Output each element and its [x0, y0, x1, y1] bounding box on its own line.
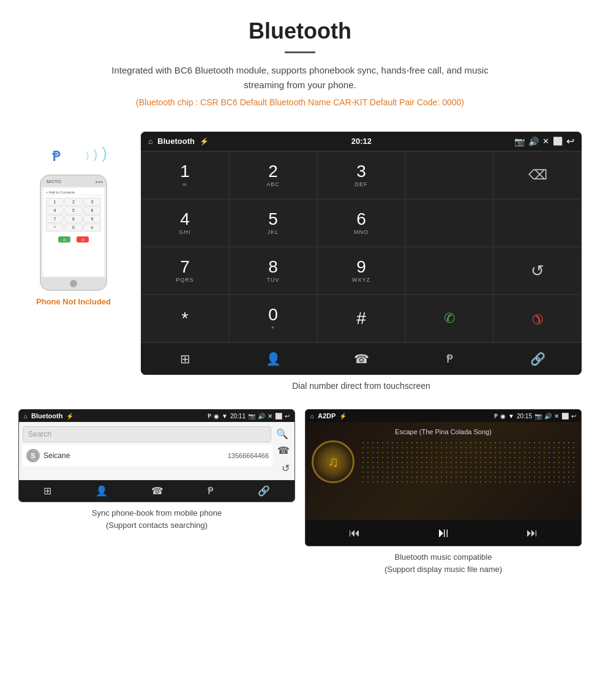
- contact-avatar: S: [26, 449, 40, 462]
- phone-mockup: MOTO ●●● + Add to Contacts 1 2 3 4 5 6 7…: [40, 175, 107, 291]
- dialpad-button[interactable]: ⊞: [141, 343, 229, 375]
- dial-key-8[interactable]: 8 TUV: [229, 247, 317, 295]
- wifi-wave-3: ): [102, 144, 107, 162]
- dial-status-bar: ⌂ Bluetooth ⚡ 20:12 📷 🔊 ✕ ⬜ ↩: [141, 132, 582, 151]
- call-green-icon: ✆: [444, 310, 455, 326]
- music-next-button[interactable]: ⏭: [527, 527, 538, 540]
- dial-empty-3: [405, 247, 493, 295]
- music-caption-line1: Bluetooth music compatible: [395, 552, 492, 562]
- dial-key-9[interactable]: 9 WXYZ: [317, 247, 405, 295]
- music-close-icon[interactable]: ✕: [554, 413, 559, 420]
- recent-calls-button[interactable]: ☎: [317, 343, 405, 375]
- volume-icon[interactable]: 🔊: [528, 137, 539, 146]
- dial-screen-wrap: ⌂ Bluetooth ⚡ 20:12 📷 🔊 ✕ ⬜ ↩ 1 ∞: [141, 132, 582, 391]
- dial-key-5[interactable]: 5 JKL: [229, 199, 317, 247]
- dial-call-green-button[interactable]: ✆: [405, 295, 493, 342]
- phone-keypad: 1 2 3 4 5 6 7 8 9 * 0 #: [45, 197, 103, 233]
- dial-key-6[interactable]: 6 MNO: [317, 199, 405, 247]
- wifi-wave-1: ): [86, 151, 89, 160]
- wifi-wave-2: ): [93, 148, 97, 161]
- dial-key-hash[interactable]: #: [317, 295, 405, 342]
- dial-empty-1: [405, 199, 493, 247]
- contact-number: 13566664466: [228, 452, 269, 459]
- back-icon[interactable]: ↩: [566, 135, 574, 147]
- pb-bluetooth-icon[interactable]: Ᵽ: [208, 485, 214, 497]
- dial-key-3[interactable]: 3 DEF: [317, 151, 405, 199]
- pb-location-icon: ◉: [214, 413, 219, 420]
- music-song-title: Escape (The Pina Colada Song): [395, 428, 492, 435]
- bluetooth-bottom-icon: Ᵽ: [446, 352, 453, 366]
- pb-search-icon[interactable]: 🔍: [274, 426, 291, 442]
- music-back-icon[interactable]: ↩: [571, 413, 576, 420]
- phonebook-caption-line2: (Support contacts searching): [106, 521, 208, 530]
- camera-icon[interactable]: 📷: [514, 137, 525, 146]
- dial-empty-2: [493, 199, 582, 247]
- phone-included-text: Included: [78, 297, 111, 306]
- phone-not-included-label: Phone Not Included: [36, 297, 111, 306]
- dial-key-0[interactable]: 0 +: [229, 295, 317, 342]
- music-visualizer: [361, 440, 575, 483]
- dialpad-icon: ⊞: [180, 352, 190, 366]
- pb-back-icon[interactable]: ↩: [285, 413, 290, 420]
- pb-refresh-icon[interactable]: ↺: [282, 462, 290, 474]
- music-caption: Bluetooth music compatible (Support disp…: [384, 551, 502, 575]
- dial-refresh-button[interactable]: ↺: [493, 247, 582, 295]
- window-icon[interactable]: ⬜: [553, 137, 563, 146]
- home-icon[interactable]: ⌂: [148, 137, 152, 146]
- dial-key-7[interactable]: 7 PQRS: [141, 247, 229, 295]
- phone-key-star: *: [46, 224, 64, 231]
- usb-icon: ⚡: [200, 137, 209, 146]
- dial-key-1[interactable]: 1 ∞: [141, 151, 229, 199]
- phone-key-2: 2: [64, 198, 83, 206]
- music-location-icon: ◉: [500, 413, 506, 420]
- dial-key-4[interactable]: 4 GHI: [141, 199, 229, 247]
- pb-home-icon[interactable]: ⌂: [24, 413, 28, 420]
- dial-screen: ⌂ Bluetooth ⚡ 20:12 📷 🔊 ✕ ⬜ ↩ 1 ∞: [141, 132, 582, 375]
- contacts-button[interactable]: 👤: [229, 343, 317, 375]
- dial-key-star[interactable]: *: [141, 295, 229, 342]
- dial-backspace-button[interactable]: ⌫: [493, 151, 582, 199]
- music-home-icon[interactable]: ⌂: [310, 413, 314, 420]
- settings-button[interactable]: 🔗: [493, 343, 582, 375]
- music-camera-icon: 📷: [534, 413, 542, 420]
- music-note-icon: ♫: [328, 453, 339, 470]
- pb-link-icon[interactable]: 🔗: [258, 485, 270, 497]
- phone-key-6: 6: [83, 206, 102, 214]
- album-art: ♫: [312, 440, 354, 483]
- phone-key-8: 8: [64, 215, 83, 223]
- pb-bt-icon: Ᵽ: [208, 413, 211, 420]
- close-icon[interactable]: ✕: [542, 137, 549, 146]
- bluetooth-bottom-button[interactable]: Ᵽ: [405, 343, 493, 375]
- phone-top-bar: MOTO ●●●: [41, 176, 106, 187]
- pb-close-icon[interactable]: ✕: [268, 413, 272, 420]
- music-play-pause-button[interactable]: ⏯: [437, 525, 450, 541]
- dial-key-2[interactable]: 2 ABC: [229, 151, 317, 199]
- dial-grid: 1 ∞ 2 ABC 3 DEF ⌫ 4 GHI: [141, 151, 582, 342]
- pb-volume-icon: 🔊: [258, 413, 265, 420]
- phone-icon: ☎: [354, 352, 369, 366]
- pb-phone-icon[interactable]: ☎: [151, 485, 163, 497]
- phone-home-btn: [70, 280, 77, 287]
- music-prev-button[interactable]: ⏮: [349, 527, 360, 540]
- header-description: Integrated with BC6 Bluetooth module, su…: [110, 63, 490, 92]
- pb-call-icon[interactable]: ☎: [277, 445, 290, 456]
- phone-key-7: 7: [46, 215, 64, 223]
- music-status-bar: ⌂ A2DP ⚡ Ᵽ ◉ ▼ 20:15 📷 🔊 ✕ ⬜ ↩: [306, 410, 581, 422]
- contact-row[interactable]: S Seicane 13566664466: [23, 445, 272, 467]
- call-red-icon: ✆: [528, 309, 547, 328]
- status-bluetooth-label: Bluetooth: [157, 137, 195, 146]
- music-window-icon[interactable]: ⬜: [561, 413, 569, 420]
- pb-person-icon[interactable]: 👤: [96, 485, 108, 497]
- pb-side-icons: ☎ ↺: [276, 442, 291, 476]
- pb-dialpad-icon[interactable]: ⊞: [43, 485, 51, 497]
- phone-key-5: 5: [64, 206, 83, 214]
- phone-screen-title: + Add to Contacts: [45, 190, 103, 195]
- dial-bottom-bar: ⊞ 👤 ☎ Ᵽ 🔗: [141, 342, 582, 375]
- pb-window-icon[interactable]: ⬜: [275, 413, 282, 420]
- dial-display-area: [405, 151, 493, 199]
- status-right: 📷 🔊 ✕ ⬜ ↩: [514, 135, 574, 147]
- dial-call-red-button[interactable]: ✆: [493, 295, 582, 342]
- music-screen: ⌂ A2DP ⚡ Ᵽ ◉ ▼ 20:15 📷 🔊 ✕ ⬜ ↩ E: [305, 409, 582, 546]
- music-controls: ⏮ ⏯ ⏭: [306, 520, 581, 546]
- music-usb-icon: ⚡: [339, 413, 347, 420]
